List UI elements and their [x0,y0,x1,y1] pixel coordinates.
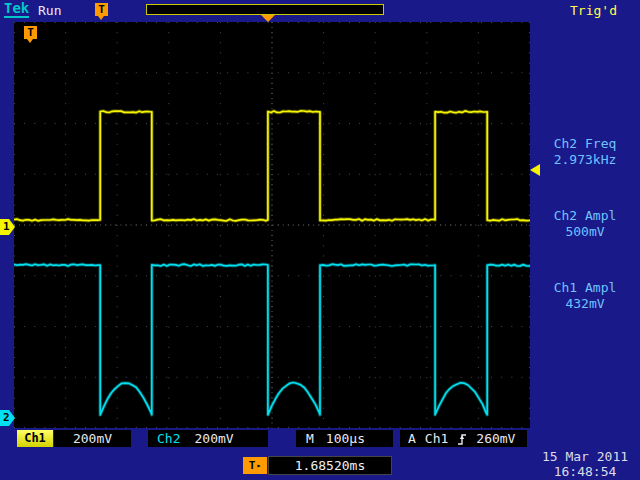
measurement-readouts: Ch2 Freq 2.973kHz Ch2 Ampl 500mV Ch1 Amp… [532,136,638,352]
ch2-scale-value: 200mV [194,430,233,447]
measurement-ch2-ampl: Ch2 Ampl 500mV [532,208,638,240]
trigger-time-value: 1.68520ms [268,456,392,475]
time-text: 16:48:54 [532,464,638,479]
oscilloscope-ui: Tek Run T Trig'd T 1 2 Ch2 Freq 2.973kHz… [0,0,640,480]
trigger-position-icon [261,15,275,22]
trigger-state: Trig'd [570,3,617,18]
datetime-display: 15 Mar 2011 16:48:54 [532,449,638,479]
ch2-ground-marker: 2 [0,410,15,426]
waveform-display: T [14,22,530,428]
trigger-settings-group: A Ch1 260mV [400,430,527,447]
timebase-group: M 100µs [296,430,393,447]
measurement-value: 500mV [532,224,638,240]
measurement-label: Ch2 Ampl [532,208,638,224]
trigger-time-icon: T ▸ [243,457,267,474]
measurement-value: 432mV [532,296,638,312]
measurement-value: 2.973kHz [532,152,638,168]
trigger-icon-label: T [98,3,105,16]
trigger-flag-label: T [27,26,34,39]
measurement-ch2-freq: Ch2 Freq 2.973kHz [532,136,638,168]
measurement-label: Ch2 Freq [532,136,638,152]
timebase-value: 100µs [326,430,365,447]
date-text: 15 Mar 2011 [532,449,638,464]
measurement-ch1-ampl: Ch1 Ampl 432mV [532,280,638,312]
trigger-flag: T [24,26,37,39]
acquisition-status: Run [38,3,61,18]
trigger-level-value: 260mV [476,430,515,447]
rising-edge-icon [457,432,467,446]
trigger-source-value: Ch1 [425,430,448,447]
ch1-ground-marker: 1 [0,219,15,235]
tek-logo: Tek [4,1,29,18]
trigger-mode-label: A [408,430,416,447]
right-arrow-icon: ▸ [256,457,261,474]
waveform-svg [14,22,530,428]
trigger-icon: T [95,3,108,16]
ch2-label: Ch2 [157,430,180,447]
ch2-scale-group: Ch2 200mV [148,430,268,447]
ch2-marker-label: 2 [3,411,10,424]
measurement-label: Ch1 Ampl [532,280,638,296]
ch1-badge: Ch1 [17,430,53,447]
acquisition-bar [146,4,384,15]
ch1-marker-label: 1 [3,220,10,233]
trigger-time-icon-label: T [249,459,256,472]
timebase-label: M [306,430,314,447]
ch1-scale-value: 200mV [54,430,131,447]
